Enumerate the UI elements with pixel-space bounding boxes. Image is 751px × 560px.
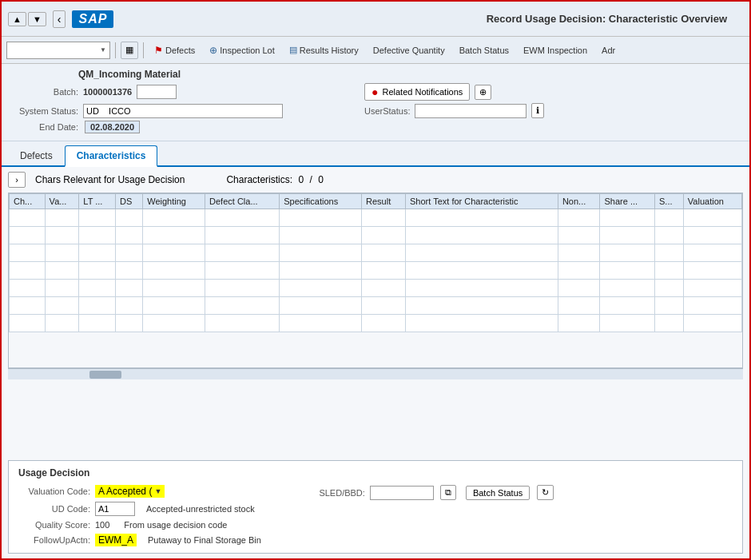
followup-desc: Putaway to Final Storage Bin (148, 535, 261, 545)
title-bar: ▲ ▼ ‹ SAP Record Usage Decision: Charact… (2, 2, 749, 37)
sled-bbd-input[interactable] (370, 486, 434, 500)
separator-1 (115, 42, 116, 58)
results-history-icon: ▤ (289, 45, 297, 55)
chars-relevant-label: Chars Relevant for Usage Decision (35, 174, 185, 185)
quality-score-value: 100 (95, 520, 109, 530)
flag-icon: ⚑ (154, 45, 163, 56)
expand-button[interactable]: › (8, 172, 26, 188)
user-status-icon-button[interactable]: ℹ (531, 103, 544, 118)
sled-copy-button[interactable]: ⧉ (440, 485, 456, 500)
grid-button[interactable]: ▦ (121, 42, 138, 59)
separator-2 (143, 42, 144, 58)
followup-row: FollowUpActn: EWM_A Putaway to Final Sto… (18, 534, 261, 546)
end-date-row: End Date: 02.08.2020 (14, 121, 737, 133)
usage-right-col: SLED/BBD: ⧉ Batch Status ↻ (293, 485, 554, 546)
usage-content: Valuation Code: A Accepted ( ▼ UD Code: … (18, 485, 733, 546)
expand-icon: › (15, 175, 18, 185)
ud-code-desc: Accepted-unrestricted stock (146, 504, 255, 514)
table-row (10, 227, 742, 244)
main-window: ▲ ▼ ‹ SAP Record Usage Decision: Charact… (0, 0, 751, 560)
refresh-button[interactable]: ↻ (537, 485, 554, 500)
tab-characteristics[interactable]: Characteristics (65, 145, 158, 167)
results-history-nav-item[interactable]: ▤ Results History (284, 42, 364, 59)
batch-input[interactable] (137, 85, 177, 99)
adr-nav-item[interactable]: Adr (596, 42, 621, 59)
nav-buttons: ▲ ▼ (8, 12, 46, 26)
table-section: › Chars Relevant for Usage Decision Char… (2, 167, 749, 457)
table-row (10, 280, 742, 297)
valuation-dropdown-icon: ▼ (154, 487, 161, 495)
col-va: Va... (45, 194, 79, 209)
nav-up-button[interactable]: ▲ (8, 12, 26, 26)
quality-score-desc: From usage decision code (124, 520, 227, 530)
batch-label: Batch: (14, 87, 78, 97)
col-non: Non... (558, 194, 600, 209)
batch-status-button[interactable]: Batch Status (466, 486, 530, 500)
back-button[interactable]: ‹ (53, 10, 66, 28)
ud-code-input[interactable] (95, 502, 135, 516)
col-lt: LT ... (79, 194, 116, 209)
followup-label: FollowUpActn: (18, 535, 90, 545)
related-notifications-button[interactable]: ● Related Notifications (364, 83, 470, 101)
defective-qty-label: Defective Quantity (373, 46, 445, 55)
system-status-input[interactable] (83, 104, 283, 118)
ewm-inspection-nav-item[interactable]: EWM Inspection (518, 42, 593, 59)
grid-icon: ▦ (125, 45, 133, 55)
valuation-code-text: A Accepted ( (98, 486, 152, 497)
total-count: 0 (318, 174, 324, 185)
system-status-label: System Status: (14, 106, 78, 116)
toolbar: ▦ ⚑ Defects ⊕ Inspection Lot ▤ Results H… (2, 37, 749, 64)
table-body (10, 209, 742, 332)
end-date-label: End Date: (14, 122, 78, 132)
batch-row: Batch: 1000001376 ● Related Notification… (14, 83, 737, 101)
info-section: QM_Incoming Material Batch: 1000001376 ●… (2, 64, 749, 141)
usage-left-col: Valuation Code: A Accepted ( ▼ UD Code: … (18, 485, 261, 546)
user-status-input[interactable] (415, 104, 526, 118)
table-row (10, 209, 742, 227)
characteristics-table: Ch... Va... LT ... DS Weighting Defect C… (9, 193, 742, 332)
ewm-inspection-label: EWM Inspection (523, 46, 587, 55)
table-row (10, 315, 742, 332)
ud-code-label: UD Code: (18, 504, 90, 514)
horizontal-scrollbar[interactable] (8, 368, 743, 379)
tabs-bar: Defects Characteristics (2, 141, 749, 167)
notif-icon-button[interactable]: ⊕ (475, 85, 491, 100)
table-row (10, 262, 742, 280)
defective-qty-nav-item[interactable]: Defective Quantity (368, 42, 451, 59)
col-ch: Ch... (10, 194, 46, 209)
table-header-row: Ch... Va... LT ... DS Weighting Defect C… (10, 194, 742, 209)
system-status-row: System Status: UserStatus: ℹ (14, 103, 737, 118)
quality-score-label: Quality Score: (18, 520, 90, 530)
col-s: S... (654, 194, 683, 209)
nav-down-button[interactable]: ▼ (28, 12, 46, 26)
col-defect-cla: Defect Cla... (205, 194, 280, 209)
usage-decision-section: Usage Decision Valuation Code: A Accepte… (8, 460, 743, 554)
sled-bbd-row: SLED/BBD: ⧉ Batch Status ↻ (293, 485, 554, 500)
sap-logo: SAP (72, 10, 113, 28)
user-status-label: UserStatus: (364, 106, 410, 116)
defects-nav-label: Defects (165, 46, 195, 55)
valuation-code-row: Valuation Code: A Accepted ( ▼ (18, 485, 261, 498)
source-title: QM_Incoming Material (14, 69, 737, 80)
col-share: Share ... (600, 194, 655, 209)
col-valuation: Valuation (683, 194, 741, 209)
char-count: 0 (298, 174, 304, 185)
data-table-wrapper: Ch... Va... LT ... DS Weighting Defect C… (8, 193, 743, 368)
inspection-lot-nav-item[interactable]: ⊕ Inspection Lot (204, 42, 280, 59)
results-history-label: Results History (300, 46, 359, 55)
characteristics-label: Characteristics: (226, 174, 292, 185)
col-result: Result (362, 194, 406, 209)
toolbar-dropdown[interactable] (6, 42, 110, 59)
slash: / (309, 174, 312, 185)
tab-defects[interactable]: Defects (8, 145, 65, 165)
defects-nav-item[interactable]: ⚑ Defects (149, 42, 201, 59)
user-status-right: UserStatus: ℹ (364, 103, 544, 118)
valuation-code-label: Valuation Code: (18, 487, 90, 496)
ud-code-row: UD Code: Accepted-unrestricted stock (18, 502, 261, 516)
sled-bbd-label: SLED/BBD: (293, 488, 365, 498)
batch-status-nav-item[interactable]: Batch Status (454, 42, 515, 59)
batch-left: Batch: 1000001376 (14, 85, 358, 99)
valuation-code-value[interactable]: A Accepted ( ▼ (95, 485, 165, 498)
chars-header: › Chars Relevant for Usage Decision Char… (8, 172, 743, 188)
followup-text: EWM_A (98, 534, 133, 546)
